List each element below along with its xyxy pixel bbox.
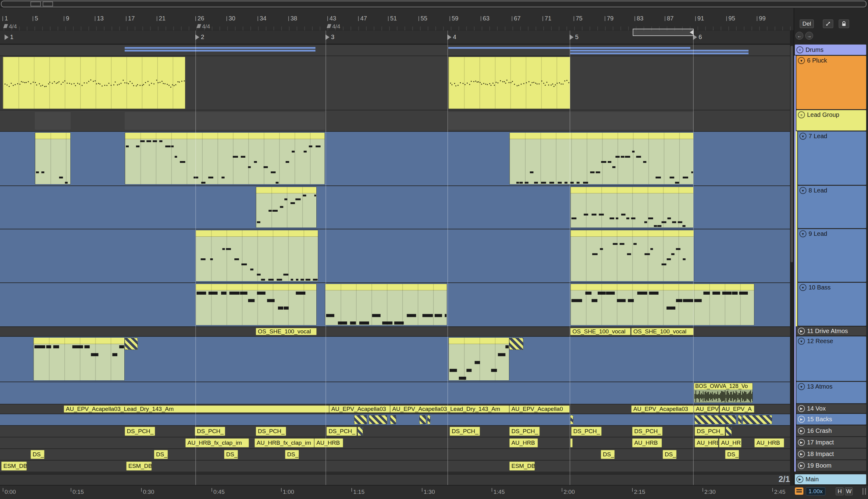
midi-clip[interactable] bbox=[448, 57, 570, 109]
midi-clip[interactable] bbox=[196, 230, 318, 281]
playback-speed[interactable]: 1.00x bbox=[806, 487, 825, 495]
midi-clip[interactable] bbox=[570, 230, 694, 281]
track-header-15-backs[interactable]: ▶15 Backs bbox=[796, 414, 866, 425]
audio-clip[interactable]: DS_A bbox=[285, 450, 299, 459]
audio-clip[interactable]: DS_A bbox=[224, 450, 238, 459]
audio-clip[interactable]: OS_SHE_100_vocal bbox=[256, 328, 317, 335]
audio-clip[interactable]: DS_PCH_ bbox=[571, 427, 602, 436]
ruler-selection[interactable] bbox=[633, 29, 694, 36]
audio-clip[interactable]: AU_EPV_Acapella03 bbox=[631, 405, 694, 413]
track-header-16-crash[interactable]: ▶16 Crash bbox=[796, 426, 866, 436]
track-header-lead-group[interactable]: ≡Lead Group bbox=[796, 110, 866, 131]
track-header-12-reese[interactable]: ▼12 Reese bbox=[796, 337, 866, 381]
audio-clip[interactable]: DS_PCH_ bbox=[125, 427, 155, 436]
nav-forward-button[interactable]: → bbox=[805, 32, 813, 40]
midi-clip[interactable] bbox=[196, 284, 317, 326]
arrangement-overview[interactable] bbox=[0, 0, 868, 8]
midi-clip[interactable] bbox=[33, 337, 125, 381]
track-header-14-vox[interactable]: ▶14 Vox bbox=[796, 404, 866, 413]
audio-clip[interactable]: DS_A bbox=[30, 450, 45, 459]
midi-clip[interactable] bbox=[35, 132, 71, 184]
drum-clip-bar[interactable] bbox=[125, 50, 315, 51]
hatch-clip[interactable] bbox=[726, 427, 732, 436]
audio-clip[interactable]: AU_EPV_ bbox=[694, 405, 719, 413]
track-row-19-boom[interactable]: ESM_DBTESM_DBTESM_DBT bbox=[0, 460, 794, 472]
audio-clip[interactable]: OS_SHE_100_vocal bbox=[631, 328, 694, 335]
locator-marker[interactable]: 6 bbox=[693, 34, 702, 40]
audio-clip[interactable]: AU_HRB bbox=[509, 438, 538, 448]
track-row-14-vox[interactable]: AU_EPV_Acapella03_Lead_Dry_143_AmAU_EPV_… bbox=[0, 404, 794, 414]
audio-clip[interactable]: DS_A bbox=[601, 450, 615, 459]
track-row-15-backs[interactable] bbox=[0, 414, 794, 425]
hatch-clip[interactable] bbox=[509, 338, 523, 350]
locator-marker[interactable]: 3 bbox=[326, 34, 334, 40]
audio-clip[interactable] bbox=[570, 438, 573, 448]
vertical-scrollbar-handle[interactable] bbox=[791, 46, 793, 262]
track-row-lead-group[interactable] bbox=[0, 110, 794, 131]
midi-clip[interactable] bbox=[570, 284, 754, 326]
play-icon[interactable]: ▶ bbox=[798, 439, 805, 446]
audio-clip[interactable]: DS_A bbox=[154, 450, 168, 459]
midi-clip[interactable] bbox=[448, 337, 509, 381]
track-row-11-drive-atmos[interactable]: OS_SHE_100_vocalOS_SHE_100_vocalOS_SHE_1… bbox=[0, 326, 794, 336]
hatch-clip[interactable] bbox=[390, 415, 396, 424]
fold-icon[interactable]: ▼ bbox=[800, 187, 806, 194]
hatch-clip[interactable] bbox=[570, 415, 573, 424]
audio-clip[interactable]: DS_PCH_ bbox=[632, 427, 663, 436]
overview-viewport[interactable] bbox=[1, 1, 867, 7]
track-header-17-impact[interactable]: ▶17 Impact bbox=[796, 437, 866, 448]
audio-clip[interactable]: AU_EPV_A bbox=[720, 405, 754, 413]
nav-back-button[interactable]: ← bbox=[795, 32, 803, 40]
time-ruler[interactable]: 0:000:150:300:451:001:151:301:452:002:15… bbox=[0, 485, 868, 499]
audio-clip[interactable]: DS_PCH_ bbox=[450, 427, 480, 436]
play-icon[interactable]: ▶ bbox=[798, 416, 805, 423]
audio-clip[interactable]: AU_EPV_Acapella03 bbox=[329, 405, 390, 413]
diagonal-resize-button[interactable] bbox=[823, 20, 833, 28]
track-row-9-lead[interactable] bbox=[0, 229, 794, 282]
midi-clip[interactable] bbox=[3, 57, 185, 109]
resize-grip[interactable] bbox=[865, 488, 866, 495]
audio-clip[interactable]: DS_PCH_ bbox=[256, 427, 286, 436]
track-row-12-reese[interactable] bbox=[0, 336, 794, 381]
audio-clip[interactable]: AU_EPV_Acapella0 bbox=[509, 405, 570, 413]
audio-clip[interactable]: DS_PCH_ bbox=[326, 427, 357, 436]
hatch-clip[interactable] bbox=[357, 427, 363, 436]
track-row-8-lead[interactable] bbox=[0, 185, 794, 229]
track-row-17-impact[interactable]: AU_HRB_fx_clap_imAU_HRB_fx_clap_imAU_HRB… bbox=[0, 437, 794, 448]
drum-clip-bar[interactable] bbox=[570, 52, 749, 54]
midi-clip[interactable] bbox=[509, 132, 694, 184]
hatch-clip[interactable] bbox=[369, 415, 387, 424]
audio-clip[interactable]: AU_HRB bbox=[632, 438, 662, 448]
audio-clip[interactable]: AU_HR bbox=[719, 438, 742, 448]
midi-clip[interactable] bbox=[125, 132, 325, 184]
track-header-10-bass[interactable]: ▼10 Bass bbox=[798, 283, 866, 326]
resize-grip[interactable] bbox=[863, 488, 864, 495]
audio-clip[interactable]: DS_A bbox=[725, 450, 739, 459]
midi-clip[interactable] bbox=[570, 187, 694, 228]
track-row-drums[interactable] bbox=[0, 44, 794, 56]
track-row-13-atmos[interactable]: BOS_OWVA_128_Vo bbox=[0, 381, 794, 404]
lock-button[interactable] bbox=[839, 20, 849, 28]
track-row-6-pluck[interactable] bbox=[0, 56, 794, 110]
group-icon[interactable]: ≡ bbox=[796, 46, 803, 53]
fold-icon[interactable]: ▼ bbox=[798, 338, 805, 345]
locator-marker[interactable]: 2 bbox=[196, 34, 204, 40]
keymap-button[interactable] bbox=[795, 487, 803, 496]
track-row-10-bass[interactable] bbox=[0, 282, 794, 326]
play-icon[interactable]: ▶ bbox=[798, 405, 805, 412]
track-header-11-drive-atmos[interactable]: ▶11 Drive Atmos bbox=[796, 327, 866, 336]
play-icon[interactable]: ▶ bbox=[796, 476, 803, 483]
track-header-main[interactable]: ▶Main bbox=[795, 474, 866, 484]
track-row-18-impact[interactable]: DS_ADS_ADS_ADS_ADS_ADS_ADS_A bbox=[0, 448, 794, 460]
hatch-clip[interactable] bbox=[743, 415, 772, 424]
audio-clip[interactable]: AU_HRB bbox=[754, 438, 784, 448]
hatch-clip[interactable] bbox=[354, 415, 367, 424]
drum-clip-bar[interactable] bbox=[570, 50, 749, 51]
track-header-8-lead[interactable]: ▼8 Lead bbox=[798, 186, 866, 228]
drum-clip-bar[interactable] bbox=[448, 47, 690, 49]
play-icon[interactable]: ▶ bbox=[798, 462, 805, 469]
fold-icon[interactable]: ▼ bbox=[800, 133, 806, 140]
audio-clip[interactable]: ESM_DBT bbox=[1, 462, 27, 471]
fold-icon[interactable]: ▼ bbox=[800, 230, 806, 237]
track-row-7-lead[interactable] bbox=[0, 131, 794, 185]
